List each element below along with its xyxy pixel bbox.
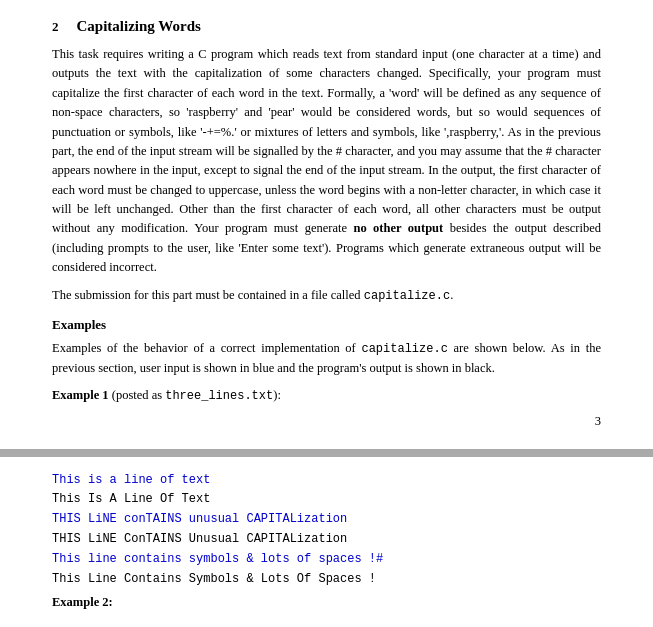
page-number-row: 3 [52, 414, 601, 429]
filename-code: capitalize.c [364, 289, 450, 303]
capitalize-code-ref: capitalize.c [361, 342, 447, 356]
example1-bold-label: Example 1 [52, 388, 109, 402]
subsection-examples-title: Examples [52, 317, 601, 333]
page-bottom: This is a line of text This Is A Line Of… [0, 457, 653, 621]
examples-intro: Examples of the behavior of a correct im… [52, 339, 601, 378]
terminal-line-4: THIS LiNE ConTAINS Unusual CAPITALizatio… [52, 530, 601, 550]
body-paragraph-2: The submission for this part must be con… [52, 286, 601, 306]
terminal-block: This is a line of text This Is A Line Of… [52, 471, 601, 590]
section-title: Capitalizing Words [77, 18, 201, 35]
page-number: 3 [595, 414, 601, 428]
example2-label: Example 2: [52, 595, 601, 610]
terminal-line-5: This line contains symbols & lots of spa… [52, 550, 601, 570]
terminal-line-1: This is a line of text [52, 471, 601, 491]
page-divider [0, 449, 653, 457]
body-paragraph-1: This task requires writing a C program w… [52, 45, 601, 278]
example1-label-line: Example 1 (posted as three_lines.txt): [52, 386, 601, 406]
example1-filename: three_lines.txt [165, 389, 273, 403]
section-header: 2 Capitalizing Words [52, 18, 601, 35]
section-number: 2 [52, 19, 59, 35]
terminal-line-6: This Line Contains Symbols & Lots Of Spa… [52, 570, 601, 590]
bold-no-other-output: no other output [353, 221, 443, 235]
terminal-line-2: This Is A Line Of Text [52, 490, 601, 510]
page-top: 2 Capitalizing Words This task requires … [0, 0, 653, 445]
terminal-line-3: THIS LiNE conTAINS unusual CAPITALizatio… [52, 510, 601, 530]
